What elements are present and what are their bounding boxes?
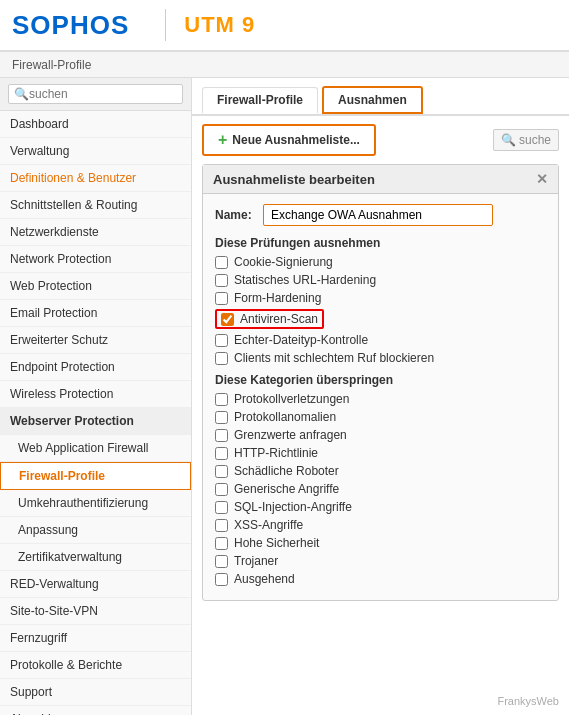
main-layout: 🔍 Dashboard Verwaltung Definitionen & Be… (0, 78, 569, 715)
check-echter-dateityp-input[interactable] (215, 334, 228, 347)
check-ausgehend: Ausgehend (215, 572, 546, 586)
check-schaedliche-roboter-input[interactable] (215, 465, 228, 478)
check-statisches-url-input[interactable] (215, 274, 228, 287)
search-mini-icon: 🔍 (501, 133, 516, 147)
close-icon[interactable]: ✕ (536, 171, 548, 187)
sidebar-item-protokolle[interactable]: Protokolle & Berichte (0, 652, 191, 679)
header-divider (165, 9, 166, 41)
sidebar-item-waf[interactable]: Web Application Firewall (0, 435, 191, 462)
check-form-hardening-input[interactable] (215, 292, 228, 305)
sidebar-item-support[interactable]: Support (0, 679, 191, 706)
sidebar-search-input[interactable] (29, 87, 149, 101)
check-protokollverletzungen: Protokollverletzungen (215, 392, 546, 406)
check-http-richtlinie: HTTP-Richtlinie (215, 446, 546, 460)
check-protokollanomalien-input[interactable] (215, 411, 228, 424)
sidebar-item-definitionen[interactable]: Definitionen & Benutzer (0, 165, 191, 192)
sidebar-item-umkehrauthentifizierung[interactable]: Umkehrauthentifizierung (0, 490, 191, 517)
check-antiviren-scan-input[interactable] (221, 313, 234, 326)
sidebar-item-wireless-protection[interactable]: Wireless Protection (0, 381, 191, 408)
check-clients-schlechtem-ruf: Clients mit schlechtem Ruf blockieren (215, 351, 546, 365)
sidebar-item-endpoint-protection[interactable]: Endpoint Protection (0, 354, 191, 381)
check-hohe-sicherheit-input[interactable] (215, 537, 228, 550)
sidebar-item-netzwerkdienste[interactable]: Netzwerkdienste (0, 219, 191, 246)
check-sql-injection: SQL-Injection-Angriffe (215, 500, 546, 514)
check-xss-angriffe-input[interactable] (215, 519, 228, 532)
sidebar-search-icon: 🔍 (14, 87, 29, 101)
sidebar-item-network-protection[interactable]: Network Protection (0, 246, 191, 273)
sidebar-item-fernzugriff[interactable]: Fernzugriff (0, 625, 191, 652)
sidebar-item-site-to-site-vpn[interactable]: Site-to-Site-VPN (0, 598, 191, 625)
sidebar-search-container: 🔍 (0, 78, 191, 111)
sidebar-item-schnittstellen[interactable]: Schnittstellen & Routing (0, 192, 191, 219)
check-sql-injection-input[interactable] (215, 501, 228, 514)
check-schaedliche-roboter: Schädliche Roboter (215, 464, 546, 478)
section1-title: Diese Prüfungen ausnehmen (215, 236, 546, 250)
sidebar-item-anpassung[interactable]: Anpassung (0, 517, 191, 544)
sidebar-item-dashboard[interactable]: Dashboard (0, 111, 191, 138)
sidebar: 🔍 Dashboard Verwaltung Definitionen & Be… (0, 78, 192, 715)
logo-sophos: SOPHOS (12, 10, 129, 41)
edit-box-body: Name: Diese Prüfungen ausnehmen Cookie-S… (203, 194, 558, 600)
sidebar-item-zertifikatverwaltung[interactable]: Zertifikatverwaltung (0, 544, 191, 571)
check-form-hardening: Form-Hardening (215, 291, 546, 305)
check-echter-dateityp: Echter-Dateityp-Kontrolle (215, 333, 546, 347)
check-statisches-url: Statisches URL-Hardening (215, 273, 546, 287)
check-cookie-signierung-input[interactable] (215, 256, 228, 269)
sidebar-item-red-verwaltung[interactable]: RED-Verwaltung (0, 571, 191, 598)
check-protokollanomalien: Protokollanomalien (215, 410, 546, 424)
check-xss-angriffe: XSS-Angriffe (215, 518, 546, 532)
tab-firewall-profile[interactable]: Firewall-Profile (202, 87, 318, 114)
edit-box: Ausnahmeliste bearbeiten ✕ Name: Diese P… (202, 164, 559, 601)
tab-ausnahmen[interactable]: Ausnahmen (322, 86, 423, 114)
sidebar-item-abmelden[interactable]: Abmelden (0, 706, 191, 715)
edit-box-header: Ausnahmeliste bearbeiten ✕ (203, 165, 558, 194)
check-grenzwerte-input[interactable] (215, 429, 228, 442)
check-cookie-signierung: Cookie-Signierung (215, 255, 546, 269)
watermark: FrankysWeb (497, 695, 559, 707)
check-trojaner-input[interactable] (215, 555, 228, 568)
sidebar-item-web-protection[interactable]: Web Protection (0, 273, 191, 300)
sidebar-item-webserver-protection: Webserver Protection (0, 408, 191, 435)
sidebar-item-firewall-profile[interactable]: Firewall-Profile (0, 462, 191, 490)
check-antiviren-scan: Antiviren-Scan (215, 309, 546, 329)
check-clients-schlechtem-ruf-input[interactable] (215, 352, 228, 365)
action-bar: + Neue Ausnahmeliste... 🔍 suche (192, 116, 569, 164)
check-generische-angriffe: Generische Angriffe (215, 482, 546, 496)
check-http-richtlinie-input[interactable] (215, 447, 228, 460)
tabs-bar: Firewall-Profile Ausnahmen (192, 78, 569, 116)
name-input[interactable] (263, 204, 493, 226)
edit-box-title: Ausnahmeliste bearbeiten (213, 172, 375, 187)
content-area: Firewall-Profile Ausnahmen + Neue Ausnah… (192, 78, 569, 715)
new-ausnahmeliste-button[interactable]: + Neue Ausnahmeliste... (202, 124, 376, 156)
content-search-mini: 🔍 suche (493, 129, 559, 151)
check-protokollverletzungen-input[interactable] (215, 393, 228, 406)
check-grenzwerte: Grenzwerte anfragen (215, 428, 546, 442)
name-row: Name: (215, 204, 546, 226)
sidebar-item-verwaltung[interactable]: Verwaltung (0, 138, 191, 165)
sidebar-item-erweiterter-schutz[interactable]: Erweiterter Schutz (0, 327, 191, 354)
logo-utm: UTM 9 (184, 12, 255, 38)
check-generische-angriffe-input[interactable] (215, 483, 228, 496)
check-ausgehend-input[interactable] (215, 573, 228, 586)
header: SOPHOS UTM 9 (0, 0, 569, 52)
sidebar-item-email-protection[interactable]: Email Protection (0, 300, 191, 327)
name-label: Name: (215, 208, 255, 222)
plus-icon: + (218, 131, 227, 149)
section2-title: Diese Kategorien überspringen (215, 373, 546, 387)
check-trojaner: Trojaner (215, 554, 546, 568)
check-hohe-sicherheit: Hohe Sicherheit (215, 536, 546, 550)
breadcrumb: Firewall-Profile (0, 52, 569, 78)
